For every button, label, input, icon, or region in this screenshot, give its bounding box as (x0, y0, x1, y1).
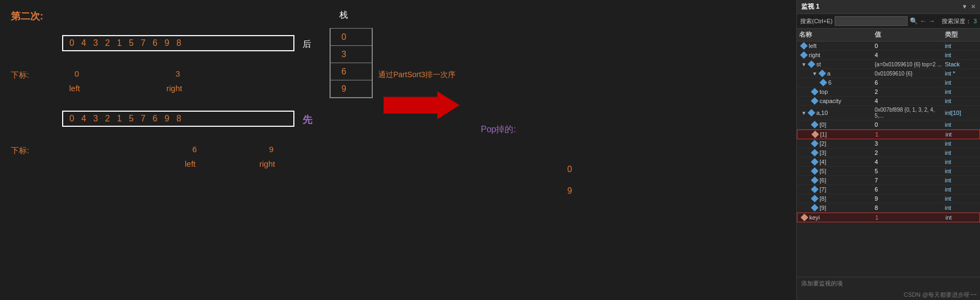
val-cell: 4 (875, 52, 945, 58)
arrow-left-icon[interactable]: ← (920, 17, 927, 25)
var-icon (811, 204, 818, 212)
name-cell: [3] (799, 149, 875, 156)
row-name: [7] (820, 186, 826, 193)
watermark-text: CSDN @每天都要进步呀~~ (904, 291, 977, 298)
var-icon (820, 79, 827, 86)
table-row: [9] 8 int (797, 203, 980, 213)
type-cell: int (945, 140, 978, 147)
type-cell: int (945, 43, 978, 49)
array-bottom: 0 4 3 2 1 5 7 6 9 8 (62, 111, 294, 127)
var-icon (808, 109, 815, 117)
name-cell: capacity (799, 98, 875, 104)
type-cell: int (945, 186, 978, 193)
type-cell: int (945, 88, 978, 95)
var-icon (811, 140, 818, 147)
xian-label: 先 (303, 113, 312, 126)
type-cell: int (945, 149, 978, 156)
search-input[interactable] (835, 16, 908, 26)
pop-val-9: 9 (567, 186, 572, 196)
name-cell: top (799, 88, 875, 95)
pin-icon[interactable]: ▼ (962, 3, 968, 10)
table-row: ▼ a,10 0x007bf898 {0, 1, 3, 2, 4, 5,... … (797, 106, 980, 120)
name-cell: left (799, 43, 875, 49)
table-row: ▼ st {a=0x01059610 {6} top=2 ... Stack (797, 60, 980, 69)
type-cell: int (945, 79, 978, 86)
var-icon (818, 70, 826, 77)
left-top-val: 0 (75, 69, 79, 78)
type-cell: int (945, 52, 978, 58)
name-cell: [6] (799, 177, 875, 183)
row-name: [0] (820, 121, 826, 128)
close-icon[interactable]: ✕ (971, 3, 976, 10)
hou-label: 后 (303, 39, 311, 50)
left-bottom-val: 6 (192, 145, 197, 154)
second-label: 第二次: (11, 10, 43, 23)
val-cell: {a=0x01059610 {6} top=2 ... (875, 62, 945, 67)
table-row: [4] 4 int (797, 158, 980, 167)
type-cell: int (945, 214, 977, 221)
val-cell: 1 (875, 131, 945, 138)
stack-row-3: 3 (331, 45, 372, 63)
row-name: [3] (820, 149, 826, 156)
var-icon (811, 131, 819, 138)
expand-icon[interactable]: ▼ (801, 62, 807, 67)
pop-label: Pop掉的: (481, 124, 516, 135)
var-icon (811, 167, 818, 175)
search-icon[interactable]: 🔍 (910, 17, 918, 25)
table-row: [8] 9 int (797, 194, 980, 203)
var-icon (811, 149, 818, 156)
expand-icon[interactable]: ▼ (812, 71, 817, 77)
val-cell: 4 (875, 98, 945, 104)
val-cell: 2 (875, 88, 945, 95)
arrow-container (384, 89, 459, 123)
expand-icon[interactable]: ▼ (801, 110, 807, 116)
table-row: top 2 int (797, 87, 980, 97)
right-top-label: right (166, 84, 182, 93)
row-name: [4] (820, 159, 826, 165)
table-row: [3] 2 int (797, 148, 980, 158)
row-name: [2] (820, 140, 826, 147)
name-cell: 6 (799, 79, 875, 86)
row-name: keyi (809, 214, 820, 221)
row-name: 6 (828, 79, 831, 86)
table-row: [5] 5 int (797, 167, 980, 176)
subscript-label2: 下标: (11, 146, 29, 156)
depth-label: 搜索深度： (942, 17, 971, 25)
var-icon (811, 121, 818, 128)
val-cell: 5 (875, 168, 945, 174)
var-icon (800, 51, 808, 59)
right-top-val: 3 (176, 69, 180, 78)
row-name: [8] (820, 195, 826, 202)
panel-title-bar: 监视 1 ▼ ✕ (797, 0, 980, 14)
table-row: capacity 4 int (797, 97, 980, 106)
var-icon (811, 97, 818, 105)
array-top: 0 4 3 2 1 5 7 6 9 8 (62, 35, 294, 51)
val-cell: 2 (875, 149, 945, 156)
var-icon (811, 195, 818, 202)
table-row: right 4 int (797, 51, 980, 60)
diagram: 第二次: 0 4 3 2 1 5 7 6 9 8 后 下标: 0 3 left … (11, 5, 786, 295)
name-cell: [9] (799, 204, 875, 211)
var-icon (811, 186, 818, 193)
left-bottom-label: left (185, 159, 196, 168)
table-body: left 0 int right 4 int ▼ st {a=0x0105961… (797, 42, 980, 277)
arrow-right-icon[interactable]: → (929, 17, 935, 25)
name-cell: [1] (800, 131, 875, 138)
row-name: [9] (820, 204, 826, 211)
type-cell: int[10] (945, 110, 978, 116)
row-name: left (809, 43, 817, 49)
name-cell: [5] (799, 168, 875, 174)
val-cell: 0x01059610 {6} (875, 71, 945, 77)
name-cell: ▼ a,10 (799, 110, 875, 116)
val-cell: 8 (875, 204, 945, 211)
row-name: right (809, 52, 820, 58)
add-watch[interactable]: 添加要监视的项 (797, 277, 980, 290)
main-content: 第二次: 0 4 3 2 1 5 7 6 9 8 后 下标: 0 3 left … (0, 0, 796, 300)
row-name: a (827, 70, 830, 77)
table-row-keyi: keyi 1 int (797, 213, 980, 222)
row-name: top (820, 88, 828, 95)
col-type: 类型 (945, 30, 978, 39)
left-top-label: left (69, 84, 80, 93)
add-watch-label: 添加要监视的项 (801, 280, 843, 287)
table-row: [6] 7 int (797, 176, 980, 185)
